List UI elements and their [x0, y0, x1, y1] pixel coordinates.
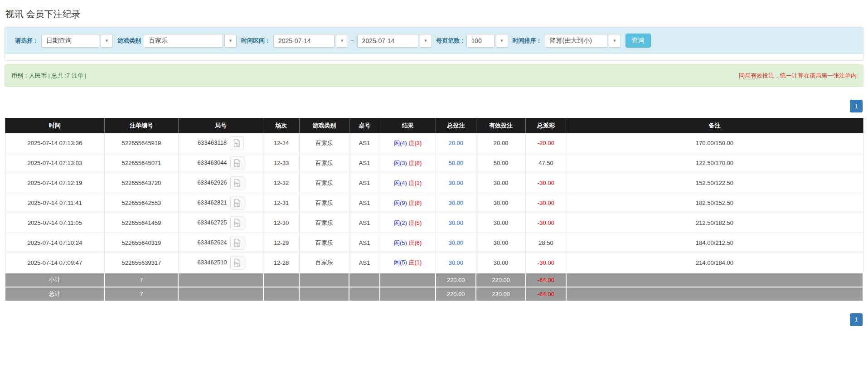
header-game-type: 游戏类别 — [299, 118, 349, 133]
video-replay-icon — [233, 199, 242, 207]
header-note: 备注 — [566, 118, 863, 133]
total-payout: -64.00 — [526, 287, 566, 301]
cell-session: 12-29 — [263, 233, 300, 253]
cell-bet-id: 522655645071 — [105, 153, 179, 173]
cell-result: 闲(5) 庄(6) — [380, 233, 436, 253]
time-sort-select[interactable]: 降冪(由大到小) ▾ — [545, 34, 621, 48]
chevron-down-icon[interactable]: ▾ — [224, 34, 237, 48]
video-replay-button[interactable] — [230, 236, 244, 250]
page-title: 视讯 会员下注纪录 — [5, 5, 863, 27]
chevron-down-icon[interactable]: ▾ — [101, 34, 113, 48]
cell-round-id: 633462725 — [178, 213, 263, 233]
table-row: 2025-07-14 07:11:05 522655641459 6334627… — [5, 213, 863, 233]
cell-round-id: 633463118 — [178, 133, 263, 153]
table-row: 2025-07-14 07:09:47 522655639317 6334625… — [5, 253, 863, 273]
cell-bet-id: 522655639317 — [105, 253, 179, 273]
round-id-value: 633462510 — [198, 259, 227, 266]
cell-game-type: 百家乐 — [299, 193, 349, 213]
cell-bet-id: 522655641459 — [105, 213, 179, 233]
currency-total-text: 币别：人民币 | 总共 :7 注单 | — [11, 72, 87, 80]
cell-time: 2025-07-14 07:11:41 — [5, 193, 105, 213]
round-id-value: 633462624 — [198, 239, 227, 246]
cell-game-type: 百家乐 — [299, 133, 349, 153]
cell-result: 闲(2) 庄(5) — [380, 213, 436, 233]
query-type-label: 请选择： — [15, 37, 39, 45]
chevron-down-icon[interactable]: ▾ — [496, 34, 508, 48]
cell-time: 2025-07-14 07:12:19 — [5, 173, 105, 193]
total-bet-link[interactable]: 30.00 — [448, 200, 463, 206]
header-round-id: 局号 — [178, 118, 263, 133]
header-bet-id: 注单编号 — [105, 118, 179, 133]
table-body: 2025-07-14 07:13:36 522655645919 6334631… — [5, 133, 863, 273]
cell-note: 122.50/170.00 — [566, 153, 863, 173]
date-from-picker[interactable]: 2025-07-14 ▾ — [273, 34, 348, 48]
cell-table-no: AS1 — [349, 173, 380, 193]
header-time: 时间 — [5, 118, 105, 133]
video-replay-button[interactable] — [230, 156, 244, 170]
video-replay-button[interactable] — [230, 176, 244, 190]
video-replay-icon — [233, 139, 241, 147]
result-banker: 庄(8) — [409, 160, 422, 166]
cell-time: 2025-07-14 07:13:03 — [5, 153, 105, 173]
page-size-select[interactable]: 100 ▾ — [466, 34, 508, 48]
result-banker: 庄(6) — [409, 239, 422, 246]
chevron-down-icon[interactable]: ▾ — [336, 34, 348, 48]
video-replay-icon — [233, 239, 242, 247]
page-button-1[interactable]: 1 — [850, 100, 863, 112]
total-bet-link[interactable]: 30.00 — [448, 239, 463, 246]
cell-note: 182.50/152.50 — [566, 193, 863, 213]
game-type-value: 百家乐 — [144, 34, 223, 48]
video-replay-button[interactable] — [230, 216, 244, 230]
game-type-label: 游戏类别 — [117, 37, 141, 45]
cell-session: 12-28 — [263, 253, 300, 273]
pagination-top: 1 — [5, 100, 863, 112]
video-replay-icon — [233, 219, 242, 227]
video-replay-button[interactable] — [230, 196, 244, 210]
header-table-no: 桌号 — [349, 118, 380, 133]
video-replay-button[interactable] — [230, 256, 244, 270]
cell-session: 12-31 — [263, 193, 300, 213]
search-button[interactable]: 查询 — [626, 34, 651, 48]
total-bet-link[interactable]: 30.00 — [448, 259, 463, 266]
cell-payout: -30.00 — [526, 253, 566, 273]
subtotal-payout: -64.00 — [526, 273, 566, 287]
cell-valid-bet: 30.00 — [476, 233, 526, 253]
total-bet-link[interactable]: 50.00 — [448, 160, 463, 166]
time-range-label: 时间区间： — [241, 37, 271, 45]
page-size-value: 100 — [466, 34, 495, 48]
result-player: 闲(3) — [394, 160, 407, 166]
date-to-picker[interactable]: 2025-07-14 ▾ — [357, 34, 432, 48]
cell-total-bet: 50.00 — [436, 153, 476, 173]
cell-payout: -30.00 — [526, 173, 566, 193]
total-bet-link[interactable]: 30.00 — [448, 180, 463, 186]
cell-time: 2025-07-14 07:13:36 — [5, 133, 105, 153]
cell-round-id: 633463044 — [178, 153, 263, 173]
game-type-select[interactable]: 百家乐 ▾ — [144, 34, 237, 48]
cell-session: 12-30 — [263, 213, 300, 233]
result-banker: 庄(3) — [409, 140, 422, 146]
cell-round-id: 633462926 — [178, 173, 263, 193]
cell-table-no: AS1 — [349, 213, 380, 233]
result-banker: 庄(1) — [409, 259, 422, 266]
cell-total-bet: 30.00 — [436, 233, 476, 253]
date-from-value: 2025-07-14 — [273, 34, 335, 48]
query-type-select[interactable]: 日期查询 ▾ — [41, 34, 113, 48]
total-bet-link[interactable]: 30.00 — [448, 219, 463, 226]
cell-round-id: 633462821 — [178, 193, 263, 213]
cell-result: 闲(4) 庄(3) — [380, 133, 436, 153]
chevron-down-icon[interactable]: ▾ — [609, 34, 621, 48]
page-button-1[interactable]: 1 — [850, 313, 863, 326]
result-banker: 庄(5) — [409, 219, 422, 226]
cell-valid-bet: 30.00 — [476, 253, 526, 273]
table-header-row: 时间 注单编号 局号 场次 游戏类别 桌号 结果 总投注 有效投注 总派彩 备注 — [5, 118, 863, 133]
video-replay-button[interactable] — [230, 136, 244, 150]
cell-payout: 28.50 — [526, 233, 566, 253]
cell-total-bet: 20.00 — [436, 133, 476, 153]
chevron-down-icon[interactable]: ▾ — [420, 34, 432, 48]
result-banker: 庄(8) — [409, 200, 422, 206]
cell-game-type: 百家乐 — [299, 213, 349, 233]
cell-table-no: AS1 — [349, 193, 380, 213]
cell-payout: 47.50 — [526, 153, 566, 173]
cell-table-no: AS1 — [349, 253, 380, 273]
total-bet-link[interactable]: 20.00 — [448, 140, 463, 146]
